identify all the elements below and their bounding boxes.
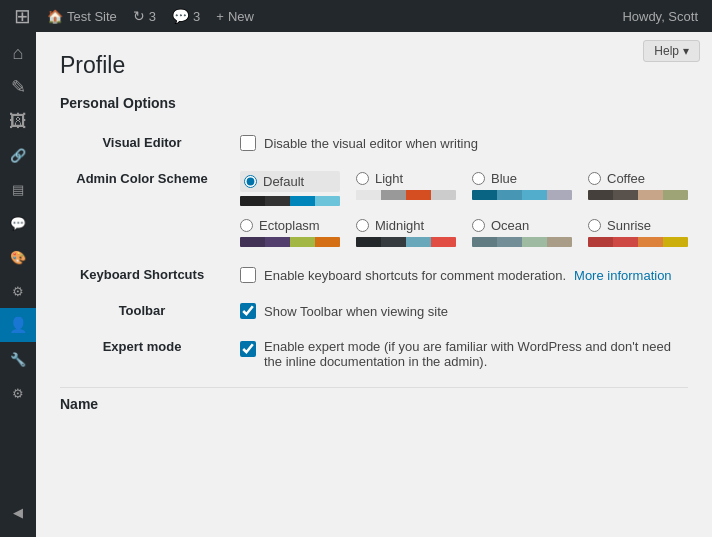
color-scheme-name-ocean: Ocean xyxy=(491,218,529,233)
sidebar-comments[interactable]: 💬 xyxy=(0,206,36,240)
color-scheme-radio-coffee[interactable] xyxy=(588,172,601,185)
main-content: Help ▾ Profile Personal Options Visual E… xyxy=(36,32,712,537)
admin-bar: ⊞ 🏠 Test Site ↻ 3 💬 3 + New Howdy, Scott xyxy=(0,0,712,32)
color-scheme-name-blue: Blue xyxy=(491,171,517,186)
visual-editor-label: Visual Editor xyxy=(60,125,240,161)
expert-mode-checkbox[interactable] xyxy=(240,341,256,357)
section-divider xyxy=(60,387,688,388)
color-scheme-name-midnight: Midnight xyxy=(375,218,424,233)
color-scheme-name-default: Default xyxy=(263,174,304,189)
color-scheme-name-ectoplasm: Ectoplasm xyxy=(259,218,320,233)
color-swatches-light xyxy=(356,190,456,200)
updates-link[interactable]: ↻ 3 xyxy=(127,0,162,32)
keyboard-shortcuts-label: Keyboard Shortcuts xyxy=(60,257,240,293)
color-scheme-radio-sunrise[interactable] xyxy=(588,219,601,232)
visual-editor-row: Visual Editor Disable the visual editor … xyxy=(60,125,688,161)
new-content-link[interactable]: + New xyxy=(210,0,260,32)
expert-mode-row: Expert mode Enable expert mode (if you a… xyxy=(60,329,688,379)
color-swatches-ectoplasm xyxy=(240,237,340,247)
color-swatches-coffee xyxy=(588,190,688,200)
color-scheme-name-light: Light xyxy=(375,171,403,186)
keyboard-shortcuts-row: Keyboard Shortcuts Enable keyboard short… xyxy=(60,257,688,293)
color-scheme-blue[interactable]: Blue xyxy=(472,171,572,206)
keyboard-shortcuts-checkbox-label[interactable]: Enable keyboard shortcuts for comment mo… xyxy=(240,267,688,283)
test-site-link[interactable]: 🏠 Test Site xyxy=(41,0,123,32)
color-scheme-grid: DefaultLightBlueCoffeeEctoplasmMidnightO… xyxy=(240,171,688,247)
help-button[interactable]: Help ▾ xyxy=(643,40,700,62)
color-scheme-name-sunrise: Sunrise xyxy=(607,218,651,233)
visual-editor-checkbox[interactable] xyxy=(240,135,256,151)
color-scheme-coffee[interactable]: Coffee xyxy=(588,171,688,206)
color-scheme-radio-ectoplasm[interactable] xyxy=(240,219,253,232)
visual-editor-checkbox-label[interactable]: Disable the visual editor when writing xyxy=(240,135,688,151)
color-scheme-light[interactable]: Light xyxy=(356,171,456,206)
sidebar-links[interactable]: 🔗 xyxy=(0,138,36,172)
expert-mode-checkbox-label[interactable]: Enable expert mode (if you are familiar … xyxy=(240,339,688,369)
color-scheme-sunrise[interactable]: Sunrise xyxy=(588,218,688,247)
chevron-down-icon: ▾ xyxy=(683,44,689,58)
expert-mode-label: Expert mode xyxy=(60,329,240,379)
sidebar-dashboard[interactable]: ⌂ xyxy=(0,36,36,70)
sidebar-appearance[interactable]: 🎨 xyxy=(0,240,36,274)
wp-logo[interactable]: ⊞ xyxy=(8,0,37,32)
color-scheme-radio-ocean[interactable] xyxy=(472,219,485,232)
toolbar-row: Toolbar Show Toolbar when viewing site xyxy=(60,293,688,329)
profile-form: Visual Editor Disable the visual editor … xyxy=(60,125,688,379)
color-swatches-default xyxy=(240,196,340,206)
toolbar-checkbox-label[interactable]: Show Toolbar when viewing site xyxy=(240,303,688,319)
sidebar-settings[interactable]: ⚙ xyxy=(0,376,36,410)
more-info-link[interactable]: More information xyxy=(574,268,672,283)
color-scheme-label: Admin Color Scheme xyxy=(60,161,240,257)
color-scheme-default[interactable]: Default xyxy=(240,171,340,206)
home-icon: 🏠 xyxy=(47,9,63,24)
updates-icon: ↻ xyxy=(133,8,145,24)
sidebar: ⌂ ✎ 🖼 🔗 ▤ 💬 🎨 ⚙ 👤 🔧 ⚙ ◀ xyxy=(0,32,36,537)
color-scheme-radio-default[interactable] xyxy=(244,175,257,188)
color-swatches-blue xyxy=(472,190,572,200)
color-scheme-row: Admin Color Scheme DefaultLightBlueCoffe… xyxy=(60,161,688,257)
personal-options-title: Personal Options xyxy=(60,95,688,111)
howdy-menu[interactable]: Howdy, Scott xyxy=(616,0,704,32)
sidebar-media[interactable]: 🖼 xyxy=(0,104,36,138)
sidebar-collapse[interactable]: ◀ xyxy=(0,495,36,529)
sidebar-pages[interactable]: ▤ xyxy=(0,172,36,206)
toolbar-checkbox[interactable] xyxy=(240,303,256,319)
comments-link[interactable]: 💬 3 xyxy=(166,0,206,32)
page-title: Profile xyxy=(60,52,688,79)
color-scheme-radio-light[interactable] xyxy=(356,172,369,185)
sidebar-posts[interactable]: ✎ xyxy=(0,70,36,104)
sidebar-plugins[interactable]: ⚙ xyxy=(0,274,36,308)
comments-adminbar-icon: 💬 xyxy=(172,8,189,24)
keyboard-shortcuts-checkbox[interactable] xyxy=(240,267,256,283)
color-scheme-ocean[interactable]: Ocean xyxy=(472,218,572,247)
color-scheme-radio-blue[interactable] xyxy=(472,172,485,185)
sidebar-users[interactable]: 👤 xyxy=(0,308,36,342)
name-section-title: Name xyxy=(60,396,688,412)
color-scheme-name-coffee: Coffee xyxy=(607,171,645,186)
sidebar-tools[interactable]: 🔧 xyxy=(0,342,36,376)
color-scheme-radio-midnight[interactable] xyxy=(356,219,369,232)
toolbar-label: Toolbar xyxy=(60,293,240,329)
color-swatches-sunrise xyxy=(588,237,688,247)
color-swatches-ocean xyxy=(472,237,572,247)
plus-icon: + xyxy=(216,9,224,24)
color-scheme-midnight[interactable]: Midnight xyxy=(356,218,456,247)
color-swatches-midnight xyxy=(356,237,456,247)
color-scheme-ectoplasm[interactable]: Ectoplasm xyxy=(240,218,340,247)
